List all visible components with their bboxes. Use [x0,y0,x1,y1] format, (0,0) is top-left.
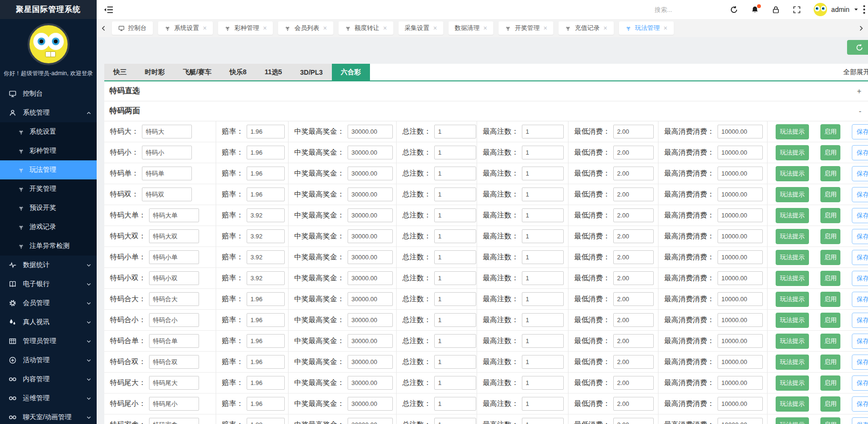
play-name-input[interactable] [149,334,199,348]
save-button[interactable]: 保存 [852,334,868,349]
max-prize-input[interactable] [348,397,393,411]
play-tip-button[interactable]: 玩法提示 [776,187,809,202]
enable-button[interactable]: 启用 [820,250,840,265]
min-cost-input[interactable] [613,418,654,424]
odds-input[interactable] [247,250,285,264]
close-icon[interactable]: × [433,24,437,32]
max-cost-input[interactable] [718,334,763,348]
game-tab-5[interactable]: 3D/PL3 [291,64,331,80]
sidebar-item-1[interactable]: 系统管理 [0,103,97,122]
game-tab-0[interactable]: 快三 [104,64,136,80]
play-name-input[interactable] [142,146,192,159]
save-button[interactable]: 保存 [852,124,868,139]
search-input[interactable] [655,6,708,13]
max-cost-input[interactable] [718,208,763,222]
play-name-input[interactable] [149,250,199,264]
refresh-icon[interactable] [730,6,738,14]
play-name-input[interactable] [142,125,192,138]
tab-chip-3[interactable]: 会员列表× [278,21,333,35]
min-cost-input[interactable] [613,167,654,180]
max-bets-input[interactable] [522,355,564,369]
tab-chip-8[interactable]: 充值记录× [559,21,613,35]
max-bets-input[interactable] [522,167,564,180]
max-cost-input[interactable] [718,250,763,264]
max-cost-input[interactable] [718,376,763,390]
enable-button[interactable]: 启用 [820,292,840,307]
max-bets-input[interactable] [522,125,564,138]
odds-input[interactable] [247,292,285,306]
total-bets-input[interactable] [434,313,476,327]
play-tip-button[interactable]: 玩法提示 [776,375,809,391]
total-bets-input[interactable] [434,355,476,369]
fullscreen-icon[interactable] [793,6,801,14]
play-name-input[interactable] [149,229,199,243]
odds-input[interactable] [247,355,285,369]
collapse-sidebar-icon[interactable] [103,6,114,14]
save-button[interactable]: 保存 [852,417,868,424]
tabs-scroll-left-icon[interactable] [100,25,107,31]
tab-chip-4[interactable]: 额度转让× [339,21,393,35]
max-bets-input[interactable] [522,418,564,424]
total-bets-input[interactable] [434,271,476,285]
total-bets-input[interactable] [434,292,476,306]
play-tip-button[interactable]: 玩法提示 [776,355,809,370]
play-name-input[interactable] [149,292,199,306]
max-prize-input[interactable] [348,334,393,348]
play-name-input[interactable] [149,397,199,411]
more-dots-icon[interactable] [863,5,865,14]
max-prize-input[interactable] [348,125,393,138]
sidebar-item-5[interactable]: 真人视讯 [0,313,97,332]
max-bets-input[interactable] [522,187,564,201]
odds-input[interactable] [247,334,285,348]
odds-input[interactable] [247,208,285,222]
sidebar-item-10[interactable]: 聊天室/动画管理 [0,408,97,424]
play-tip-button[interactable]: 玩法提示 [776,396,809,412]
save-button[interactable]: 保存 [852,375,868,391]
max-cost-input[interactable] [718,292,763,306]
sidebar-subitem-2[interactable]: 玩法管理 [0,160,97,179]
play-name-input[interactable] [149,355,199,369]
max-prize-input[interactable] [348,229,393,243]
close-icon[interactable]: × [383,24,387,32]
min-cost-input[interactable] [613,208,654,222]
total-bets-input[interactable] [434,418,476,424]
odds-input[interactable] [247,187,285,201]
min-cost-input[interactable] [613,229,654,243]
sidebar-subitem-0[interactable]: 系统设置 [0,122,97,141]
tab-chip-6[interactable]: 数据清理× [449,21,493,35]
save-button[interactable]: 保存 [852,271,868,286]
min-cost-input[interactable] [613,313,654,327]
play-name-input[interactable] [149,376,199,390]
min-cost-input[interactable] [613,146,654,159]
max-cost-input[interactable] [718,229,763,243]
enable-button[interactable]: 启用 [820,334,840,349]
odds-input[interactable] [247,313,285,327]
odds-input[interactable] [247,271,285,285]
max-bets-input[interactable] [522,397,564,411]
min-cost-input[interactable] [613,397,654,411]
total-bets-input[interactable] [434,146,476,159]
section-header-0[interactable]: 特码直选+ [104,81,868,101]
play-tip-button[interactable]: 玩法提示 [776,124,809,139]
max-prize-input[interactable] [348,208,393,222]
odds-input[interactable] [247,229,285,243]
save-button[interactable]: 保存 [852,187,868,202]
max-prize-input[interactable] [348,313,393,327]
total-bets-input[interactable] [434,250,476,264]
max-prize-input[interactable] [348,376,393,390]
sidebar-item-0[interactable]: 控制台 [0,84,97,103]
play-tip-button[interactable]: 玩法提示 [776,417,809,424]
max-bets-input[interactable] [522,250,564,264]
close-icon[interactable]: × [483,24,487,32]
max-prize-input[interactable] [348,271,393,285]
total-bets-input[interactable] [434,125,476,138]
odds-input[interactable] [247,167,285,180]
tab-chip-2[interactable]: 彩种管理× [218,21,273,35]
max-prize-input[interactable] [348,418,393,424]
expand-all-link[interactable]: 全部展开 [843,68,868,77]
max-cost-input[interactable] [718,271,763,285]
max-bets-input[interactable] [522,313,564,327]
max-bets-input[interactable] [522,292,564,306]
sidebar-subitem-4[interactable]: 预设开奖 [0,198,97,217]
min-cost-input[interactable] [613,187,654,201]
